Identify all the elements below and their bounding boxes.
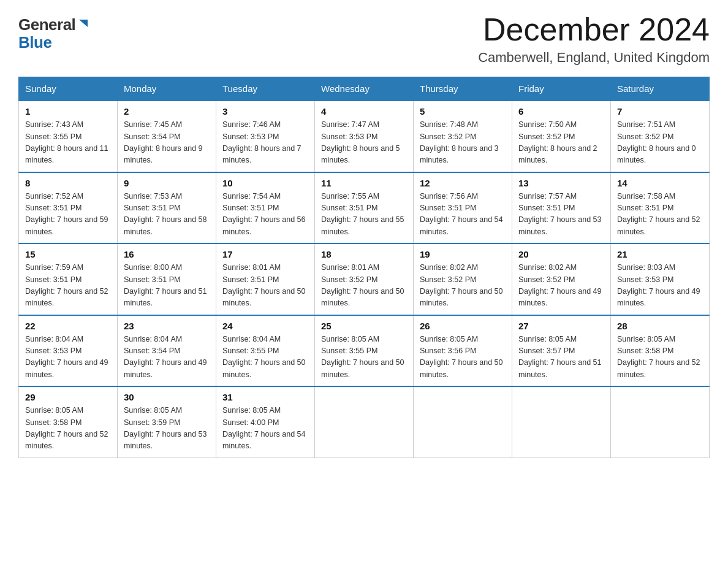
header-thursday: Thursday xyxy=(414,77,512,101)
day-number: 27 xyxy=(518,321,604,331)
day-number: 15 xyxy=(25,249,111,259)
day-info: Sunrise: 8:02 AMSunset: 3:52 PMDaylight:… xyxy=(518,262,604,310)
day-number: 26 xyxy=(420,321,506,331)
empty-cell xyxy=(512,386,611,458)
header-saturday: Saturday xyxy=(611,77,710,101)
day-number: 31 xyxy=(222,392,308,402)
day-number: 25 xyxy=(321,321,407,331)
empty-cell xyxy=(315,386,414,458)
calendar-week-row: 29Sunrise: 8:05 AMSunset: 3:58 PMDayligh… xyxy=(19,386,710,458)
day-cell: 31Sunrise: 8:05 AMSunset: 4:00 PMDayligh… xyxy=(216,386,315,458)
day-number: 30 xyxy=(124,392,210,402)
day-cell: 4Sunrise: 7:47 AMSunset: 3:53 PMDaylight… xyxy=(315,101,414,172)
day-cell: 20Sunrise: 8:02 AMSunset: 3:52 PMDayligh… xyxy=(512,243,611,315)
day-cell: 28Sunrise: 8:05 AMSunset: 3:58 PMDayligh… xyxy=(611,315,710,387)
svg-marker-0 xyxy=(79,20,88,27)
day-number: 11 xyxy=(321,178,407,188)
calendar-week-row: 15Sunrise: 7:59 AMSunset: 3:51 PMDayligh… xyxy=(19,243,710,315)
day-cell: 7Sunrise: 7:51 AMSunset: 3:52 PMDaylight… xyxy=(611,101,710,172)
day-number: 1 xyxy=(25,106,111,117)
day-cell: 22Sunrise: 8:04 AMSunset: 3:53 PMDayligh… xyxy=(19,315,118,387)
calendar-table: Sunday Monday Tuesday Wednesday Thursday… xyxy=(18,77,710,458)
day-info: Sunrise: 8:01 AMSunset: 3:51 PMDaylight:… xyxy=(222,262,308,310)
day-cell: 8Sunrise: 7:52 AMSunset: 3:51 PMDaylight… xyxy=(19,172,118,244)
day-number: 24 xyxy=(222,321,308,331)
day-info: Sunrise: 7:48 AMSunset: 3:52 PMDaylight:… xyxy=(420,119,506,167)
day-cell: 1Sunrise: 7:43 AMSunset: 3:55 PMDaylight… xyxy=(19,101,118,172)
day-number: 5 xyxy=(420,106,506,117)
day-cell: 16Sunrise: 8:00 AMSunset: 3:51 PMDayligh… xyxy=(118,243,216,315)
month-title: December 2024 xyxy=(478,12,710,47)
location-title: Camberwell, England, United Kingdom xyxy=(478,50,710,66)
day-cell: 3Sunrise: 7:46 AMSunset: 3:53 PMDaylight… xyxy=(216,101,315,172)
day-cell: 27Sunrise: 8:05 AMSunset: 3:57 PMDayligh… xyxy=(512,315,611,387)
day-info: Sunrise: 8:05 AMSunset: 3:57 PMDaylight:… xyxy=(518,334,604,381)
day-info: Sunrise: 8:05 AMSunset: 3:58 PMDaylight:… xyxy=(25,405,111,453)
logo-general: General xyxy=(18,16,75,34)
day-info: Sunrise: 8:00 AMSunset: 3:51 PMDaylight:… xyxy=(124,262,210,310)
day-number: 12 xyxy=(420,178,506,188)
logo-icon xyxy=(77,17,90,31)
day-info: Sunrise: 8:01 AMSunset: 3:52 PMDaylight:… xyxy=(321,262,407,310)
day-info: Sunrise: 7:59 AMSunset: 3:51 PMDaylight:… xyxy=(25,262,111,310)
empty-cell xyxy=(611,386,710,458)
day-info: Sunrise: 7:53 AMSunset: 3:51 PMDaylight:… xyxy=(124,191,210,239)
day-number: 10 xyxy=(222,178,308,188)
day-info: Sunrise: 7:52 AMSunset: 3:51 PMDaylight:… xyxy=(25,191,111,239)
day-cell: 15Sunrise: 7:59 AMSunset: 3:51 PMDayligh… xyxy=(19,243,118,315)
header-friday: Friday xyxy=(512,77,611,101)
day-number: 7 xyxy=(617,106,703,117)
day-info: Sunrise: 7:55 AMSunset: 3:51 PMDaylight:… xyxy=(321,191,407,239)
day-cell: 21Sunrise: 8:03 AMSunset: 3:53 PMDayligh… xyxy=(611,243,710,315)
day-info: Sunrise: 8:04 AMSunset: 3:54 PMDaylight:… xyxy=(124,334,210,381)
page-header: General Blue December 2024 Camberwell, E… xyxy=(18,12,710,66)
day-cell: 14Sunrise: 7:58 AMSunset: 3:51 PMDayligh… xyxy=(611,172,710,244)
day-cell: 11Sunrise: 7:55 AMSunset: 3:51 PMDayligh… xyxy=(315,172,414,244)
day-cell: 30Sunrise: 8:05 AMSunset: 3:59 PMDayligh… xyxy=(118,386,216,458)
day-cell: 9Sunrise: 7:53 AMSunset: 3:51 PMDaylight… xyxy=(118,172,216,244)
day-info: Sunrise: 8:05 AMSunset: 4:00 PMDaylight:… xyxy=(222,405,308,453)
day-number: 4 xyxy=(321,106,407,117)
day-info: Sunrise: 8:04 AMSunset: 3:55 PMDaylight:… xyxy=(222,334,308,381)
day-info: Sunrise: 7:43 AMSunset: 3:55 PMDaylight:… xyxy=(25,119,111,167)
day-number: 9 xyxy=(124,178,210,188)
day-info: Sunrise: 7:46 AMSunset: 3:53 PMDaylight:… xyxy=(222,119,308,167)
empty-cell xyxy=(414,386,512,458)
day-number: 3 xyxy=(222,106,308,117)
day-cell: 23Sunrise: 8:04 AMSunset: 3:54 PMDayligh… xyxy=(118,315,216,387)
day-cell: 29Sunrise: 8:05 AMSunset: 3:58 PMDayligh… xyxy=(19,386,118,458)
calendar-week-row: 8Sunrise: 7:52 AMSunset: 3:51 PMDaylight… xyxy=(19,172,710,244)
day-number: 28 xyxy=(617,321,703,331)
day-cell: 13Sunrise: 7:57 AMSunset: 3:51 PMDayligh… xyxy=(512,172,611,244)
header-monday: Monday xyxy=(118,77,216,101)
weekday-header-row: Sunday Monday Tuesday Wednesday Thursday… xyxy=(19,77,710,101)
logo: General Blue xyxy=(18,12,90,51)
day-cell: 24Sunrise: 8:04 AMSunset: 3:55 PMDayligh… xyxy=(216,315,315,387)
day-cell: 6Sunrise: 7:50 AMSunset: 3:52 PMDaylight… xyxy=(512,101,611,172)
day-number: 22 xyxy=(25,321,111,331)
day-number: 20 xyxy=(518,249,604,259)
day-cell: 26Sunrise: 8:05 AMSunset: 3:56 PMDayligh… xyxy=(414,315,512,387)
day-number: 23 xyxy=(124,321,210,331)
day-info: Sunrise: 7:58 AMSunset: 3:51 PMDaylight:… xyxy=(617,191,703,239)
header-tuesday: Tuesday xyxy=(216,77,315,101)
day-info: Sunrise: 7:47 AMSunset: 3:53 PMDaylight:… xyxy=(321,119,407,167)
calendar-week-row: 1Sunrise: 7:43 AMSunset: 3:55 PMDaylight… xyxy=(19,101,710,172)
day-number: 21 xyxy=(617,249,703,259)
header-wednesday: Wednesday xyxy=(315,77,414,101)
title-section: December 2024 Camberwell, England, Unite… xyxy=(478,12,710,66)
day-info: Sunrise: 8:05 AMSunset: 3:55 PMDaylight:… xyxy=(321,334,407,381)
day-number: 19 xyxy=(420,249,506,259)
calendar-week-row: 22Sunrise: 8:04 AMSunset: 3:53 PMDayligh… xyxy=(19,315,710,387)
day-cell: 17Sunrise: 8:01 AMSunset: 3:51 PMDayligh… xyxy=(216,243,315,315)
day-number: 29 xyxy=(25,392,111,402)
day-number: 14 xyxy=(617,178,703,188)
day-number: 2 xyxy=(124,106,210,117)
day-number: 6 xyxy=(518,106,604,117)
day-cell: 10Sunrise: 7:54 AMSunset: 3:51 PMDayligh… xyxy=(216,172,315,244)
day-number: 17 xyxy=(222,249,308,259)
header-sunday: Sunday xyxy=(19,77,118,101)
day-cell: 19Sunrise: 8:02 AMSunset: 3:52 PMDayligh… xyxy=(414,243,512,315)
day-info: Sunrise: 7:45 AMSunset: 3:54 PMDaylight:… xyxy=(124,119,210,167)
day-cell: 25Sunrise: 8:05 AMSunset: 3:55 PMDayligh… xyxy=(315,315,414,387)
